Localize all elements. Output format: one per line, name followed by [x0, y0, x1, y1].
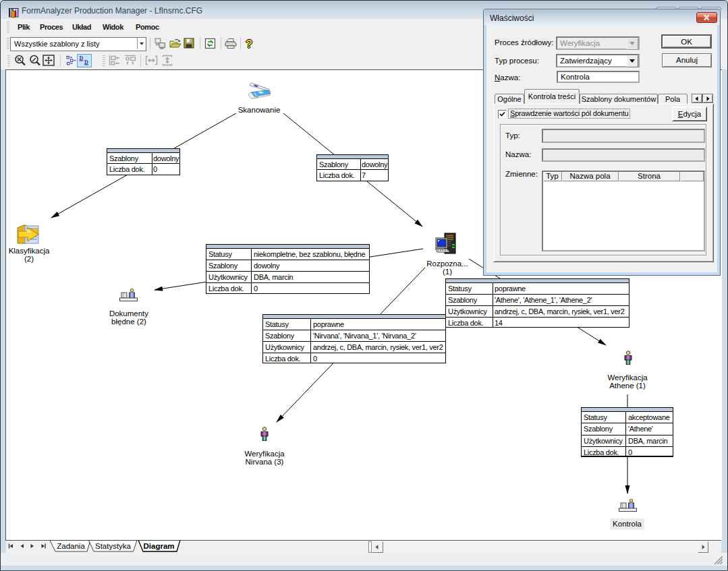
svg-text:Diagram: Diagram [143, 542, 174, 550]
svg-text:Statystyka: Statystyka [95, 542, 132, 550]
svg-text:Zadania: Zadania [57, 542, 85, 550]
